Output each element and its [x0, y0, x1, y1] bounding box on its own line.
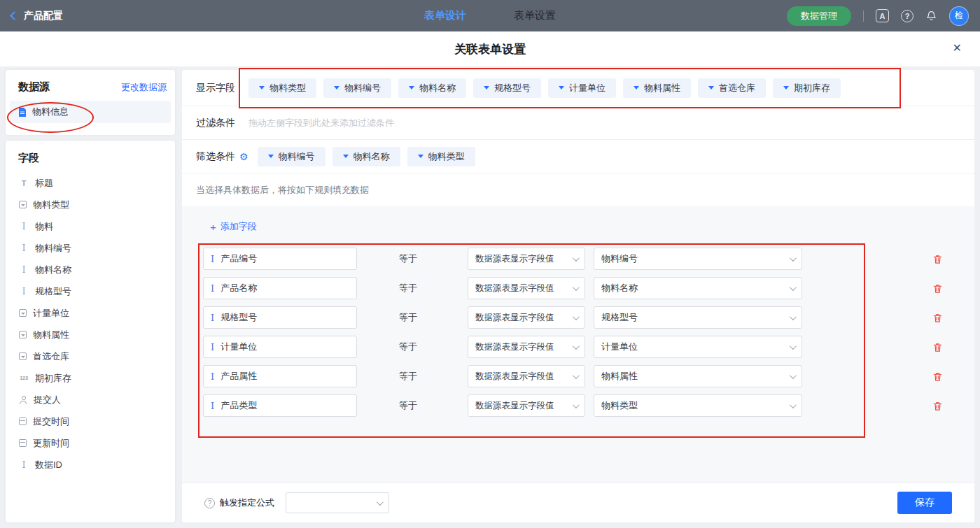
display-fields-row: 显示字段 物料类型 物料编号 物料名称 规格型号 计量单位 物料属性 首选仓库 … [182, 70, 974, 106]
screen-chip-material-type[interactable]: 物料类型 [407, 147, 475, 166]
text-field-icon: I [211, 254, 214, 264]
display-chip-spec-model[interactable]: 规格型号 [473, 78, 541, 98]
rule-row: I产品编号 等于 数据源表显示字段值 物料编号 [182, 244, 974, 273]
rule-source-type-select[interactable]: 数据源表显示字段值 [468, 336, 585, 358]
select-field-icon [19, 309, 27, 317]
equals-label: 等于 [399, 282, 420, 294]
sidebar-field-material-name[interactable]: 物料名称 [6, 259, 175, 280]
sidebar-field-material-attr[interactable]: 物料属性 [6, 324, 175, 345]
tab-form-design[interactable]: 表单设计 [424, 9, 466, 22]
chevron-down-icon [790, 343, 797, 350]
rule-source-type-select[interactable]: 数据源表显示字段值 [468, 277, 585, 299]
chevron-down-icon [790, 255, 797, 262]
text-field-icon: I [211, 313, 214, 323]
chevron-down-icon [268, 155, 274, 158]
gear-icon[interactable]: ⚙ [239, 151, 248, 162]
sidebar-field-initial-stock[interactable]: 期初库存 [6, 367, 175, 389]
fields-title: 字段 [18, 152, 39, 164]
rule-target-input[interactable]: I产品名称 [203, 277, 357, 299]
filter-row: 过滤条件 拖动左侧字段到此处来添加过滤条件 [182, 106, 974, 140]
text-field-icon: I [211, 371, 214, 382]
help-icon[interactable]: ? [901, 10, 913, 22]
tab-form-settings[interactable]: 表单设置 [514, 9, 556, 22]
filter-label: 过滤条件 [196, 117, 235, 129]
datasource-item[interactable]: 物料信息 [10, 101, 171, 123]
add-field-button[interactable]: + 添加字段 [210, 220, 257, 233]
back-button[interactable]: 产品配置 [11, 10, 63, 22]
rule-source-field-select[interactable]: 物料属性 [594, 365, 802, 387]
rule-row: I产品名称 等于 数据源表显示字段值 物料名称 [182, 273, 974, 303]
display-chip-material-name[interactable]: 物料名称 [398, 78, 466, 98]
sidebar-field-data-id[interactable]: 数据ID [6, 454, 175, 476]
delete-rule-icon[interactable] [932, 342, 943, 352]
data-manage-button[interactable]: 数据管理 [787, 6, 851, 26]
rule-target-input[interactable]: I产品类型 [203, 394, 357, 417]
delete-rule-icon[interactable] [932, 371, 943, 382]
chevron-down-icon [259, 86, 265, 90]
trigger-formula-label: 触发指定公式 [220, 497, 274, 509]
text-field-icon: I [211, 342, 214, 352]
display-chip-unit[interactable]: 计量单位 [548, 78, 616, 98]
chevron-down-icon [573, 401, 580, 408]
chevron-down-icon [573, 313, 580, 320]
fill-rules-area: + 添加字段 I产品编号 等于 数据源表显示字段值 物料编号 I产品名称 等于 … [182, 206, 974, 483]
sidebar-field-material-no[interactable]: 物料编号 [6, 237, 175, 259]
sidebar-field-submitter[interactable]: 提交人 [6, 389, 175, 411]
change-datasource-link[interactable]: 更改数据源 [121, 81, 167, 94]
formula-select[interactable] [286, 492, 389, 513]
display-chip-initial-stock[interactable]: 期初库存 [773, 78, 841, 98]
text-field-icon: I [211, 401, 214, 411]
rule-source-type-select[interactable]: 数据源表显示字段值 [468, 365, 585, 387]
select-field-icon [19, 352, 27, 360]
topbar-divider [863, 10, 864, 22]
display-chip-preferred-warehouse[interactable]: 首选仓库 [698, 78, 766, 98]
bell-icon[interactable] [925, 10, 937, 22]
sidebar-field-title[interactable]: 标题 [6, 172, 175, 194]
sidebar-field-update-time[interactable]: 更新时间 [6, 432, 175, 454]
translate-icon[interactable]: A [876, 9, 889, 22]
filter-dropzone[interactable]: 拖动左侧字段到此处来添加过滤条件 [248, 117, 394, 129]
datasource-item-label: 物料信息 [32, 106, 69, 118]
display-chip-material-attr[interactable]: 物料属性 [623, 78, 691, 98]
screen-chip-material-name[interactable]: 物料名称 [332, 147, 400, 166]
rule-source-field-select[interactable]: 物料名称 [594, 277, 802, 299]
rule-target-input[interactable]: I产品属性 [203, 365, 357, 387]
rule-target-input[interactable]: I产品编号 [203, 248, 357, 270]
avatar[interactable]: 检 [949, 6, 969, 26]
back-label: 产品配置 [24, 10, 63, 22]
rule-source-type-select[interactable]: 数据源表显示字段值 [468, 306, 585, 329]
rule-source-field-select[interactable]: 计量单位 [594, 336, 802, 358]
sidebar-field-spec-model[interactable]: 规格型号 [6, 280, 175, 302]
screen-chip-material-no[interactable]: 物料编号 [258, 147, 326, 166]
sidebar-field-material-type[interactable]: 物料类型 [6, 194, 175, 215]
rule-source-field-select[interactable]: 物料类型 [594, 394, 802, 417]
chevron-down-icon [334, 86, 340, 90]
rule-source-field-select[interactable]: 规格型号 [594, 306, 802, 329]
rule-row: I规格型号 等于 数据源表显示字段值 规格型号 [182, 303, 974, 332]
save-button[interactable]: 保存 [897, 492, 952, 514]
display-chip-material-no[interactable]: 物料编号 [323, 78, 391, 98]
equals-label: 等于 [399, 370, 420, 383]
text-field-icon [19, 287, 29, 296]
rule-source-type-select[interactable]: 数据源表显示字段值 [468, 394, 585, 417]
sidebar-field-material[interactable]: 物料 [6, 215, 175, 237]
help-circle-icon[interactable]: ? [204, 498, 215, 508]
delete-rule-icon[interactable] [932, 283, 943, 294]
chevron-down-icon [559, 86, 564, 90]
chevron-down-icon [790, 313, 797, 320]
delete-rule-icon[interactable] [932, 313, 943, 323]
delete-rule-icon[interactable] [932, 401, 943, 411]
text-field-icon [19, 222, 29, 231]
rule-source-type-select[interactable]: 数据源表显示字段值 [468, 248, 585, 270]
rule-target-input[interactable]: I规格型号 [203, 306, 357, 329]
rule-target-input[interactable]: I计量单位 [203, 336, 357, 358]
display-chip-material-type[interactable]: 物料类型 [248, 78, 316, 98]
display-field-chips: 物料类型 物料编号 物料名称 规格型号 计量单位 物料属性 首选仓库 期初库存 [248, 78, 841, 98]
sidebar-field-submit-time[interactable]: 提交时间 [6, 411, 175, 432]
delete-rule-icon[interactable] [932, 254, 943, 264]
close-icon[interactable]: ✕ [953, 43, 962, 54]
sidebar-field-unit[interactable]: 计量单位 [6, 302, 175, 324]
equals-label: 等于 [399, 399, 420, 412]
rule-source-field-select[interactable]: 物料编号 [594, 248, 802, 270]
sidebar-field-preferred-warehouse[interactable]: 首选仓库 [6, 345, 175, 367]
